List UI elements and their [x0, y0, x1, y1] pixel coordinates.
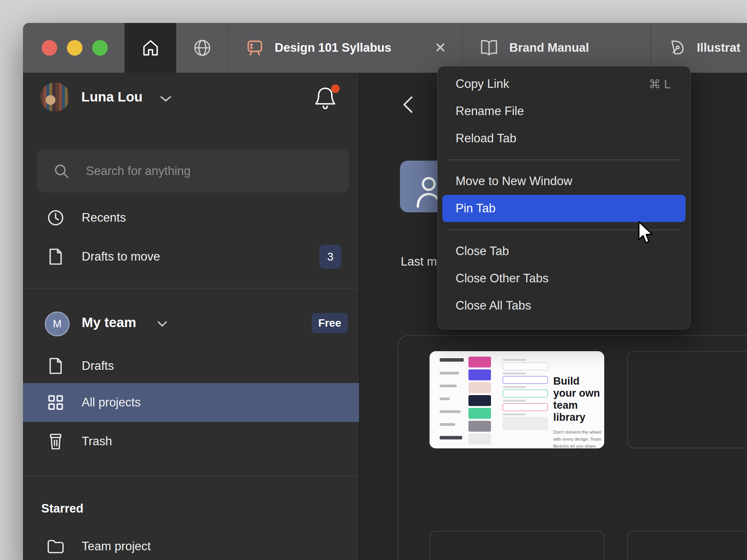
tab-label: Illustrat	[697, 41, 740, 55]
tab-community[interactable]	[176, 23, 228, 73]
grid-icon	[46, 394, 66, 411]
menu-item-close-other-tabs[interactable]: Close Other Tabs	[438, 265, 690, 292]
chevron-down-icon	[160, 95, 172, 102]
menu-item-reload-tab[interactable]: Reload Tab	[438, 125, 690, 152]
team-selector[interactable]: M My team Free	[23, 304, 359, 343]
chevron-down-icon	[157, 321, 167, 327]
back-button[interactable]	[402, 95, 414, 114]
thumb-body-text: Don't reinvent the wheel with every desi…	[553, 429, 603, 448]
thumb-style-labels	[440, 358, 465, 448]
file-icon	[46, 357, 66, 375]
menu-item-label: Close Other Tabs	[456, 271, 549, 285]
tab-design-101-syllabus[interactable]: Design 101 Syllabus ✕	[229, 23, 462, 73]
minimize-window-button[interactable]	[67, 40, 82, 56]
plan-badge: Free	[312, 313, 348, 333]
tab-label: Design 101 Syllabus	[275, 41, 391, 55]
search-placeholder: Search for anything	[86, 164, 191, 178]
menu-item-rename-file[interactable]: Rename File	[438, 98, 690, 125]
search-icon	[53, 163, 70, 179]
thumb-headline: Build your own team library	[553, 375, 603, 424]
folder-icon	[46, 539, 66, 554]
sidebar-divider	[23, 475, 359, 476]
close-tab-icon[interactable]: ✕	[435, 41, 446, 55]
menu-item-label: Reload Tab	[456, 131, 516, 145]
file-card-placeholder[interactable]	[627, 351, 747, 448]
file-card-placeholder[interactable]	[430, 531, 604, 560]
file-card-placeholder[interactable]	[627, 531, 747, 560]
traffic-lights	[23, 23, 124, 73]
thumb-form-fields	[503, 357, 548, 432]
sidebar: Luna Lou Search for anything	[23, 73, 360, 560]
sidebar-item-recents[interactable]: Recents	[23, 198, 359, 237]
globe-icon	[193, 39, 211, 57]
sidebar-item-label: Drafts	[82, 359, 114, 373]
trash-icon	[46, 432, 66, 450]
sidebar-item-label: Team project	[82, 539, 151, 553]
starred-section-header: Starred	[41, 502, 84, 516]
user-name: Luna Lou	[81, 89, 142, 105]
account-menu[interactable]: Luna Lou	[23, 82, 359, 122]
tab-bar: Design 101 Syllabus ✕ Brand Manual	[23, 23, 747, 73]
menu-item-copy-link[interactable]: Copy Link ⌘ L	[438, 70, 690, 98]
sidebar-item-trash[interactable]: Trash	[23, 422, 359, 461]
notification-dot	[331, 84, 340, 93]
menu-divider	[447, 159, 681, 160]
zoom-window-button[interactable]	[92, 40, 108, 56]
sidebar-item-label: Trash	[82, 434, 112, 448]
menu-item-close-all-tabs[interactable]: Close All Tabs	[438, 292, 690, 319]
menu-item-label: Close Tab	[456, 244, 509, 258]
menu-item-label: Copy Link	[456, 77, 509, 91]
menu-item-label: Pin Tab	[456, 201, 496, 215]
tab-brand-manual[interactable]: Brand Manual	[463, 23, 650, 73]
sidebar-item-all-projects[interactable]: All projects	[23, 383, 359, 422]
sidebar-item-label: All projects	[82, 396, 141, 410]
tab-context-menu: Copy Link ⌘ L Rename File Reload Tab Mov…	[437, 66, 691, 329]
sidebar-divider	[23, 288, 359, 289]
thumb-color-swatches	[468, 357, 491, 446]
sidebar-item-drafts-to-move[interactable]: Drafts to move 3	[23, 237, 359, 276]
notifications-button[interactable]	[314, 86, 339, 111]
sidebar-item-drafts[interactable]: Drafts	[23, 346, 359, 385]
sidebar-item-label: Recents	[82, 211, 126, 225]
tab-label: Brand Manual	[509, 41, 589, 55]
menu-shortcut: ⌘ L	[649, 77, 671, 91]
menu-item-label: Close All Tabs	[456, 299, 531, 313]
search-input[interactable]: Search for anything	[37, 150, 349, 192]
menu-item-label: Rename File	[456, 104, 524, 118]
sidebar-item-label: Drafts to move	[82, 250, 160, 264]
pen-nib-icon	[668, 39, 686, 57]
book-icon	[480, 39, 498, 56]
menu-item-label: Move to New Window	[456, 174, 572, 188]
drafts-count-badge: 3	[319, 245, 341, 269]
user-avatar[interactable]	[40, 82, 70, 112]
tab-illustrations[interactable]: Illustrat	[651, 23, 747, 73]
figjam-board-icon	[246, 39, 264, 57]
sidebar-item-team-project[interactable]: Team project	[23, 527, 359, 560]
close-window-button[interactable]	[42, 40, 57, 56]
team-avatar: M	[45, 312, 70, 336]
file-icon	[46, 248, 66, 266]
menu-item-pin-tab[interactable]: Pin Tab	[442, 195, 686, 222]
tab-home[interactable]	[124, 23, 176, 73]
clock-icon	[46, 209, 66, 227]
home-icon	[142, 39, 160, 57]
menu-item-move-to-new-window[interactable]: Move to New Window	[438, 168, 690, 195]
file-card-team-library[interactable]: Build your own team library Don't reinve…	[430, 351, 604, 448]
mouse-cursor-icon	[637, 221, 654, 245]
team-name: My team	[82, 315, 136, 330]
